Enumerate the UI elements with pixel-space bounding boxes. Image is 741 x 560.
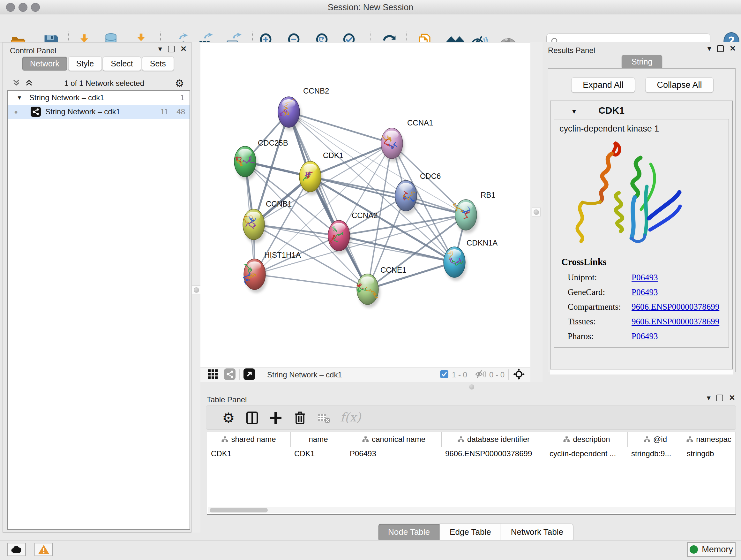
separator [471, 369, 471, 380]
collapse-all-networks-icon[interactable] [12, 78, 21, 88]
network-edge[interactable] [255, 274, 367, 289]
network-options-gear-icon[interactable]: ⚙ [175, 77, 184, 89]
tab-edge-table[interactable]: Edge Table [440, 523, 501, 542]
panel-close-icon[interactable]: ✕ [180, 45, 187, 53]
expand-all-networks-icon[interactable] [24, 78, 33, 88]
tab-network[interactable]: Network [22, 57, 67, 71]
column-type-icon [644, 436, 650, 442]
scrollbar-thumb[interactable] [210, 508, 268, 512]
delete-column-icon[interactable] [292, 410, 308, 426]
hidden-eye-slash-icon [475, 369, 486, 380]
add-column-icon[interactable] [268, 410, 283, 426]
column-header-canonical-name[interactable]: canonical name [346, 432, 441, 447]
crosslink-label: GeneCard: [568, 287, 631, 297]
column-header-name[interactable]: name [290, 432, 346, 447]
entry-name: CDK1 [598, 105, 624, 116]
table-cell[interactable]: CDK1 [207, 449, 290, 458]
column-header-description[interactable]: description [546, 432, 627, 447]
crosslink-value-link[interactable]: P06493 [631, 273, 658, 283]
network-node-CDKN1A[interactable] [444, 247, 467, 281]
column-header-namespac[interactable]: namespac [683, 432, 735, 447]
panel-float-icon[interactable] [717, 45, 724, 52]
main-toolbar: ? [0, 14, 741, 43]
network-node-CCNA2[interactable] [328, 220, 351, 254]
tree-expanded-icon[interactable]: ▼ [17, 95, 22, 101]
tab-node-table[interactable]: Node Table [378, 523, 440, 542]
memory-button[interactable]: Memory [687, 542, 736, 557]
birds-eye-view-icon[interactable] [513, 368, 525, 382]
network-node-RB1[interactable] [453, 199, 478, 233]
network-view-share-icon[interactable] [224, 368, 235, 381]
splitter-handle-icon[interactable] [469, 384, 474, 389]
table-cell[interactable]: cyclin-dependent ... [546, 449, 627, 458]
panel-close-icon[interactable]: ✕ [729, 394, 735, 401]
crosslink-value-link[interactable]: 9606.ENSP00000378699 [631, 317, 719, 327]
table-cell[interactable]: P06493 [346, 449, 441, 458]
collapse-all-button[interactable]: Collapse All [645, 77, 714, 92]
column-header--id[interactable]: @id [627, 432, 683, 447]
column-type-icon [362, 436, 368, 442]
tab-style[interactable]: Style [68, 57, 102, 71]
table-cell[interactable]: stringdb [683, 449, 735, 458]
network-view-toolbar: String Network – cdk1 1 - 0 0 - 0 [200, 367, 530, 382]
network-edge[interactable] [289, 112, 392, 143]
control-panel-title: Control Panel [10, 46, 56, 55]
table-panel-title: Table Panel [207, 395, 247, 404]
crosslink-label: Tissues: [568, 317, 631, 327]
expand-all-button[interactable]: Expand All [571, 77, 635, 92]
column-header-shared-name[interactable]: shared name [207, 432, 290, 447]
detach-view-icon[interactable] [244, 368, 255, 381]
entry-description: cyclin-dependent kinase 1 [559, 124, 659, 134]
protein-structure-image [567, 139, 685, 257]
table-hscrollbar[interactable] [208, 507, 735, 513]
panel-menu-icon[interactable]: ▾ [158, 45, 162, 53]
table-tabs: Node Table Edge Table Network Table [378, 523, 573, 542]
network-node-CCNE1[interactable] [357, 274, 380, 308]
panel-menu-icon[interactable]: ▾ [707, 394, 711, 401]
tab-string[interactable]: String [622, 55, 662, 69]
network-row-selected[interactable]: ● String Network – cdk1 11 48 [8, 105, 190, 119]
column-header-database-identifier[interactable]: database identifier [441, 432, 546, 447]
network-collection-label: String Network – cdk1 [29, 93, 105, 102]
hidden-counts: 0 - 0 [489, 370, 504, 379]
network-node-CCNB2[interactable] [278, 97, 301, 131]
right-splitter[interactable] [530, 42, 542, 382]
splitter-handle-icon[interactable] [194, 287, 199, 293]
panel-close-icon[interactable]: ✕ [730, 45, 736, 52]
node-label: CCNE1 [381, 266, 406, 274]
show-columns-icon[interactable] [245, 410, 260, 426]
table-cell[interactable]: stringdb:9... [627, 449, 683, 458]
network-edge[interactable] [339, 236, 455, 262]
column-type-icon [686, 436, 693, 442]
grid-view-icon[interactable] [207, 369, 218, 381]
results-scrollbar[interactable] [550, 370, 733, 374]
tab-sets[interactable]: Sets [142, 57, 174, 71]
network-edge[interactable] [289, 112, 367, 289]
horizontal-splitter[interactable] [200, 382, 741, 392]
warnings-button[interactable] [35, 543, 53, 556]
network-collection-row[interactable]: ▼ String Network – cdk1 1 [8, 91, 190, 105]
cloud-icon [10, 545, 23, 554]
crosslink-value-link[interactable]: 9606.ENSP00000378699 [631, 302, 719, 312]
table-cell[interactable]: CDK1 [290, 449, 346, 458]
panel-float-icon[interactable] [717, 395, 723, 401]
splitter-handle-icon[interactable] [534, 209, 539, 215]
table-settings-gear-icon[interactable]: ⚙ [221, 410, 236, 426]
status-bar: Memory [0, 540, 741, 560]
crosslink-value-link[interactable]: P06493 [631, 331, 658, 341]
network-view-title: String Network – cdk1 [267, 370, 342, 379]
table-cell[interactable]: 9606.ENSP00000378699 [441, 449, 546, 458]
tab-network-table[interactable]: Network Table [501, 523, 573, 542]
network-node-HIST1H1A[interactable] [244, 259, 267, 293]
network-node-CCNB1[interactable] [243, 209, 266, 243]
selected-checkbox-icon[interactable] [440, 370, 449, 380]
panel-menu-icon[interactable]: ▾ [708, 45, 711, 52]
left-splitter[interactable] [192, 42, 200, 533]
crosslink-value-link[interactable]: P06493 [631, 287, 658, 297]
panel-float-icon[interactable] [168, 46, 175, 52]
entry-collapse-icon[interactable]: ▼ [571, 108, 577, 115]
table-row[interactable]: CDK1CDK1P064939606.ENSP00000378699cyclin… [207, 447, 736, 460]
network-canvas[interactable]: CCNB2CCNA1CDC25BCDK1CDC6RB1CCNB1CCNA2CDK… [200, 42, 530, 368]
tab-select[interactable]: Select [103, 57, 141, 71]
cloud-status-button[interactable] [7, 543, 26, 556]
